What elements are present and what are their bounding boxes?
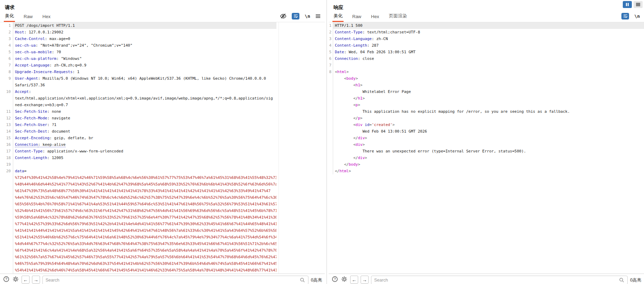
code-line[interactable]: ned-exchange;v=b3;q=0.7 (0, 102, 325, 108)
code-line[interactable]: %72%4f%30%41%42%58%4e%79%41%42%46%71%59%… (0, 174, 325, 181)
code-line[interactable]: 5Date: Wed, 04 Feb 2026 13:00:51 GMT (329, 49, 644, 55)
code-line[interactable]: 20data= (0, 168, 325, 174)
code-line[interactable]: </h1> (329, 95, 644, 102)
response-editor[interactable]: 1HTTP/1.1 5002Content-Type: text/html;ch… (329, 22, 644, 274)
code-line[interactable]: 3Content-Language: zh-CN (329, 36, 644, 42)
code-line[interactable]: %61%32%56%7a%57%67%41%45%62%57%46%73%5a%… (0, 254, 325, 260)
menu-icon[interactable] (315, 13, 321, 19)
code-line[interactable]: <body> (329, 75, 644, 82)
help-icon[interactable]: ? (3, 276, 10, 283)
response-panel-header: 响应 美化RawHex页面渲染 \n (329, 0, 644, 22)
code-line[interactable]: Wed Feb 04 13:00:51 GMT 2026 (329, 128, 644, 135)
code-line[interactable]: 7 (329, 62, 644, 69)
code-line[interactable]: 9User-Agent: Mozilla/5.0 (Windows NT 10.… (0, 75, 325, 82)
pause-icon[interactable] (623, 1, 632, 8)
code-line[interactable]: %77%41%42%57%39%33%62%6d%56%79%63%51%42%… (0, 221, 325, 227)
next-match-button[interactable]: → (361, 276, 369, 284)
gear-icon[interactable] (12, 276, 19, 283)
gear-icon[interactable] (341, 276, 348, 283)
code-line[interactable]: There was an unexpected error (type=Inte… (329, 148, 644, 155)
request-editor[interactable]: 1POST /dogs/import HTTP/1.12Host: 127.0.… (0, 22, 325, 274)
code-line[interactable]: 1POST /dogs/import HTTP/1.1 (0, 22, 325, 29)
panel-divider[interactable] (325, 0, 329, 284)
code-line[interactable]: %6f%43%41%41%6c%4a%41%41%4e%68%5a%32%56%… (0, 247, 325, 254)
code-line[interactable]: <div> (329, 141, 644, 148)
code-line[interactable]: 2Host: 127.0.0.1:29002 (0, 29, 325, 36)
newline-icon[interactable]: \n (634, 13, 640, 19)
code-line[interactable]: </div> (329, 155, 644, 161)
code-line[interactable]: 2Content-Type: text/html;charset=UTF-8 (329, 29, 644, 36)
line-number: 1 (329, 22, 333, 29)
soft-wrap-icon[interactable] (292, 13, 299, 19)
response-search-box[interactable] (371, 276, 628, 284)
code-line[interactable]: 17Content-Type: application/x-www-form-u… (0, 148, 325, 155)
eye-off-icon[interactable] (280, 13, 287, 19)
request-search-box[interactable] (42, 276, 308, 284)
code-line[interactable]: 11Sec-Fetch-Site: none (0, 108, 325, 115)
code-line[interactable]: 1HTTP/1.1 500 (329, 22, 644, 29)
code-line[interactable]: %61%47%39%73%5a%48%68%77%50%30%41%41%41%… (0, 188, 325, 194)
code-line[interactable]: 14Sec-Fetch-Dest: document (0, 128, 325, 135)
tab-Hex[interactable]: Hex (371, 14, 379, 22)
menu-icon[interactable] (634, 1, 643, 8)
code-line[interactable]: Whitelabel Error Page (329, 88, 644, 95)
newline-icon[interactable]: \n (305, 13, 310, 19)
request-search-input[interactable] (46, 278, 300, 283)
code-line[interactable]: %4d%44%67%77%4c%32%52%76%5a%33%4d%76%63%… (0, 240, 325, 247)
code-line[interactable]: 5sec-ch-ua-mobile: ?0 (0, 49, 325, 55)
code-line[interactable]: Safari/537.36 (0, 82, 325, 88)
code-line[interactable]: 15Accept-Encoding: gzip, deflate, br (0, 135, 325, 141)
code-line[interactable]: text/html,application/xhtml+xml,applicat… (0, 95, 325, 102)
code-line[interactable]: 4sec-ch-ua: "Not=A?Brand";v="24", "Chrom… (0, 42, 325, 49)
code-line[interactable]: %59%58%5a%68%4c%32%78%68%62%6d%63%76%55%… (0, 214, 325, 221)
code-line[interactable]: %54%41%41%45%62%6d%46%74%5a%58%45%41%66%… (0, 267, 325, 274)
tab-美化[interactable]: 美化 (5, 13, 14, 22)
tab-Raw[interactable]: Raw (352, 14, 361, 22)
code-line[interactable]: %4e%76%62%53%35%6c%65%47%46%74%63%47%78%… (0, 194, 325, 201)
code-line[interactable]: 7Accept-Language: zh-CN,zh;q=0.9 (0, 62, 325, 69)
code-line[interactable]: 18Content-Length: 12005 (0, 155, 325, 161)
code-line[interactable]: 6Connection: close (329, 55, 644, 62)
prev-match-button[interactable]: ← (350, 276, 358, 284)
code-line[interactable]: 8Upgrade-Insecure-Requests: 1 (0, 69, 325, 75)
response-search-input[interactable] (374, 278, 619, 283)
prev-match-button[interactable]: ← (22, 276, 30, 284)
code-line[interactable]: </div> (329, 135, 644, 141)
line-number (329, 168, 333, 174)
line-number: 11 (0, 108, 13, 115)
code-line[interactable]: 6sec-ch-ua-platform: "Windows" (0, 55, 325, 62)
code-line[interactable]: %65%56%55%4b%76%70%58%71%41%67%41%4a%53%… (0, 201, 325, 207)
code-line[interactable]: <div id='created'> (329, 121, 644, 128)
code-text (13, 161, 276, 168)
tab-Raw[interactable]: Raw (24, 14, 33, 22)
code-line[interactable]: %51%41%42%55%46%6b%62%57%6c%75%64%41%41%… (0, 234, 325, 240)
code-line[interactable]: <h1> (329, 82, 644, 88)
code-line[interactable]: </html> (329, 168, 644, 174)
tab-Hex[interactable]: Hex (42, 14, 50, 22)
help-icon[interactable]: ? (331, 276, 338, 283)
code-line[interactable]: This application has no explicit mapping… (329, 108, 644, 115)
code-text: </h1> (333, 95, 644, 102)
code-line[interactable]: </p> (329, 115, 644, 121)
code-line[interactable]: %48%44%46%6d%44%52%41%77%41%43%52%67%41%… (0, 181, 325, 188)
code-line[interactable]: %41%41%41%44%41%41%41%41%5a%41%41%41%41%… (0, 227, 325, 234)
tab-美化[interactable]: 美化 (333, 13, 343, 22)
code-line[interactable]: 4Content-Length: 287 (329, 42, 644, 49)
code-line[interactable]: 10Accept: (0, 88, 325, 95)
response-highlight-count: 0高亮 (630, 276, 641, 283)
code-line[interactable]: %52%4b%41%41%56%73%61%57%74%6c%63%31%6f%… (0, 207, 325, 214)
code-line[interactable]: 8<html> (329, 69, 644, 75)
code-line[interactable]: <p> (329, 102, 644, 108)
code-line[interactable]: 19 (0, 161, 325, 168)
response-search-bar: ? ← → 0高亮 (329, 274, 644, 284)
tab-页面渲染[interactable]: 页面渲染 (389, 13, 407, 22)
code-line[interactable]: 12Sec-Fetch-Mode: navigate (0, 115, 325, 121)
code-line[interactable]: 13Sec-Fetch-User: ?1 (0, 121, 325, 128)
code-line[interactable]: </body> (329, 161, 644, 168)
line-number: 17 (0, 148, 13, 155)
code-line[interactable]: %46%75%5a%79%39%54%64%48%4a%70%62%6d%63%… (0, 260, 325, 267)
next-match-button[interactable]: → (32, 276, 40, 284)
soft-wrap-icon[interactable] (621, 13, 629, 19)
code-line[interactable]: 16Connection: keep-alive (0, 141, 325, 148)
code-line[interactable]: 3Cache-Control: max-age=0 (0, 36, 325, 42)
